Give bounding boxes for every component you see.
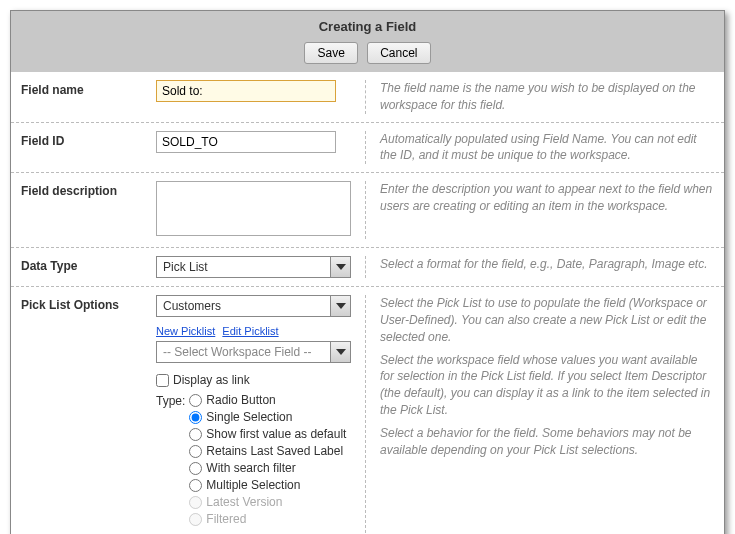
display-as-link-checkbox[interactable] xyxy=(156,374,169,387)
svg-marker-2 xyxy=(336,349,346,355)
data-type-label: Data Type xyxy=(21,256,156,278)
radio-multiple[interactable] xyxy=(189,479,202,492)
cancel-button[interactable]: Cancel xyxy=(367,42,430,64)
field-name-input[interactable] xyxy=(156,80,336,102)
radio-search-filter[interactable] xyxy=(189,462,202,475)
radio-show-first[interactable] xyxy=(189,428,202,441)
data-type-select[interactable]: Pick List xyxy=(156,256,351,278)
workspace-field-select[interactable]: -- Select Workspace Field -- xyxy=(156,341,351,363)
dropdown-icon xyxy=(330,257,350,277)
radio-filtered xyxy=(189,513,202,526)
picklist-label: Pick List Options xyxy=(21,295,156,533)
picklist-help-1: Select the Pick List to use to populate … xyxy=(380,295,714,345)
radio-retains[interactable] xyxy=(189,445,202,458)
display-as-link-label: Display as link xyxy=(173,373,250,387)
field-id-label: Field ID xyxy=(21,131,156,165)
field-id-input[interactable] xyxy=(156,131,336,153)
field-desc-input[interactable] xyxy=(156,181,351,236)
data-type-value: Pick List xyxy=(157,260,330,274)
edit-picklist-link[interactable]: Edit Picklist xyxy=(222,325,278,337)
save-button[interactable]: Save xyxy=(304,42,357,64)
radio-latest-version xyxy=(189,496,202,509)
field-desc-label: Field description xyxy=(21,181,156,239)
create-field-dialog: Creating a Field Save Cancel Field name … xyxy=(10,10,725,534)
field-name-label: Field name xyxy=(21,80,156,114)
new-picklist-link[interactable]: New Picklist xyxy=(156,325,215,337)
picklist-help-2: Select the workspace field whose values … xyxy=(380,352,714,419)
field-desc-help: Enter the description you want to appear… xyxy=(366,181,714,239)
picklist-value: Customers xyxy=(157,299,330,313)
field-name-help: The field name is the name you wish to b… xyxy=(366,80,714,114)
dialog-title: Creating a Field xyxy=(11,11,724,42)
svg-marker-0 xyxy=(336,264,346,270)
picklist-help-3: Select a behavior for the field. Some be… xyxy=(380,425,714,459)
svg-marker-1 xyxy=(336,303,346,309)
type-label: Type: xyxy=(156,393,185,408)
workspace-field-placeholder: -- Select Workspace Field -- xyxy=(157,345,330,359)
picklist-select[interactable]: Customers xyxy=(156,295,351,317)
radio-single-selection[interactable] xyxy=(189,411,202,424)
field-id-help: Automatically populated using Field Name… xyxy=(366,131,714,165)
dialog-toolbar: Save Cancel xyxy=(11,42,724,72)
dropdown-icon xyxy=(330,342,350,362)
data-type-help: Select a format for the field, e.g., Dat… xyxy=(366,256,714,278)
dropdown-icon xyxy=(330,296,350,316)
radio-radio-button[interactable] xyxy=(189,394,202,407)
